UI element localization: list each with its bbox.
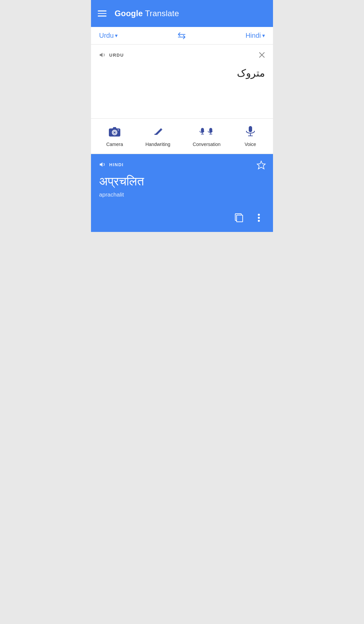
app-title: Google Translate — [115, 9, 179, 18]
source-language-selector[interactable]: Urdu ▾ — [99, 32, 118, 39]
svg-point-21 — [258, 214, 260, 216]
camera-icon — [107, 124, 122, 139]
more-options-button[interactable] — [253, 212, 265, 224]
source-lang-label: URDU — [109, 53, 124, 58]
svg-point-22 — [258, 217, 260, 219]
source-text-panel: URDU متروک — [91, 44, 273, 119]
clear-text-button[interactable] — [257, 51, 266, 59]
swap-languages-button[interactable] — [177, 32, 187, 39]
svg-rect-5 — [118, 129, 119, 130]
app-title-translate: Translate — [143, 9, 179, 18]
camera-tool[interactable]: Camera — [106, 124, 123, 147]
camera-label: Camera — [106, 142, 123, 147]
handwriting-label: Handwriting — [145, 142, 170, 147]
menu-button[interactable] — [98, 10, 107, 17]
translation-result-panel: HINDI अप्रचलित aprachalit — [91, 154, 273, 232]
copy-translation-button[interactable] — [234, 212, 246, 224]
svg-marker-15 — [100, 162, 102, 167]
app-title-google: Google — [115, 9, 143, 18]
svg-point-23 — [258, 220, 260, 222]
language-bar: Urdu ▾ Hindi ▾ — [91, 27, 273, 44]
translated-text-display: अप्रचलित — [99, 174, 265, 189]
target-language-label: Hindi — [245, 32, 261, 39]
svg-rect-12 — [249, 126, 252, 132]
source-speaker-icon[interactable] — [99, 51, 107, 59]
transliteration-display: aprachalit — [99, 191, 265, 198]
source-text-display[interactable]: متروک — [99, 63, 265, 86]
conversation-icon — [199, 124, 214, 139]
bottom-empty-area — [91, 232, 273, 367]
source-language-chevron-icon: ▾ — [115, 32, 118, 39]
app-header: Google Translate — [91, 0, 273, 27]
target-language-selector[interactable]: Hindi ▾ — [245, 32, 265, 39]
voice-label: Voice — [245, 142, 256, 147]
svg-marker-16 — [257, 161, 265, 169]
target-lang-label: HINDI — [109, 162, 124, 167]
handwriting-tool[interactable]: Handwriting — [145, 124, 170, 147]
target-language-chevron-icon: ▾ — [262, 32, 265, 39]
target-lang-label-row: HINDI — [99, 161, 265, 168]
voice-tool[interactable]: Voice — [243, 124, 258, 147]
conversation-tool[interactable]: Conversation — [193, 124, 221, 147]
conversation-label: Conversation — [193, 142, 221, 147]
source-language-label: Urdu — [99, 32, 114, 39]
input-tools-row: Camera Handwriting — [91, 119, 273, 154]
target-speaker-icon[interactable] — [99, 161, 107, 168]
translation-actions — [99, 212, 265, 224]
source-lang-label-row: URDU — [99, 51, 265, 59]
save-translation-button[interactable] — [256, 160, 266, 170]
svg-marker-0 — [100, 53, 102, 57]
handwriting-icon — [150, 124, 165, 139]
voice-icon — [243, 124, 258, 139]
